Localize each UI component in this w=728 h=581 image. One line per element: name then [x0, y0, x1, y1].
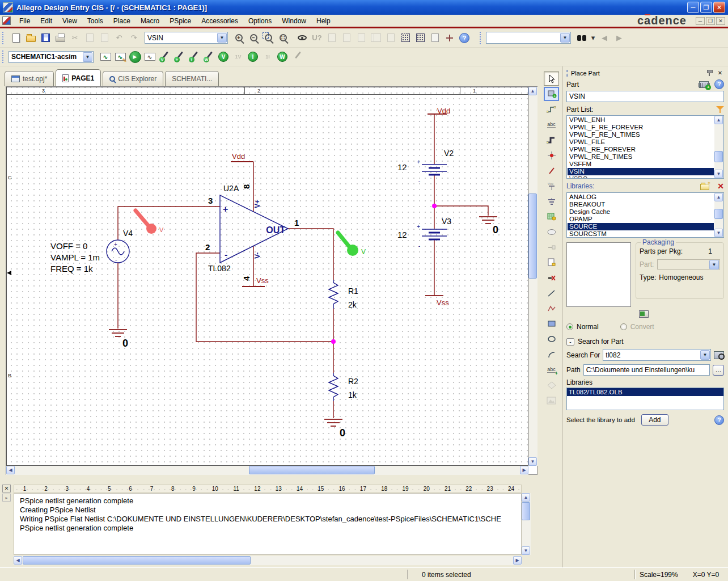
view-results-button[interactable]: ∿: [142, 50, 157, 64]
zoom-area-button[interactable]: [261, 31, 276, 45]
panel-grip[interactable]: [566, 70, 568, 77]
scroll-down-button[interactable]: ▼: [714, 229, 723, 237]
scroll-up-button[interactable]: ▲: [714, 193, 723, 201]
part-combo[interactable]: ▼: [145, 32, 228, 44]
search-combo[interactable]: ▼: [486, 32, 571, 44]
list-scrollbar[interactable]: ▲ ▼: [714, 193, 723, 237]
wires[interactable]: [118, 114, 488, 418]
scroll-thumb[interactable]: [23, 556, 251, 565]
sim-profile-combo[interactable]: ▼: [9, 51, 94, 63]
place-part-icon[interactable]: +: [699, 81, 709, 88]
run-pspice-button[interactable]: ▶: [128, 50, 142, 64]
pin-icon[interactable]: [706, 69, 713, 77]
menu-window[interactable]: Window: [277, 16, 311, 26]
scroll-up-button[interactable]: ▲: [528, 87, 537, 95]
hierarchy-button[interactable]: [442, 31, 457, 45]
v4-freq[interactable]: FREQ = 1k: [50, 264, 93, 273]
filter-funnel-icon[interactable]: [716, 106, 724, 113]
v3-value[interactable]: 12: [397, 230, 407, 239]
vss-label-right[interactable]: Vss: [437, 298, 449, 307]
voltage-diff-probe-button[interactable]: +: [172, 50, 187, 64]
tab-page1[interactable]: PAGE1: [56, 69, 101, 86]
search-for-input[interactable]: [603, 351, 700, 359]
log-expand-button[interactable]: ▸: [2, 494, 11, 502]
voltage-marker-button[interactable]: V: [216, 50, 231, 64]
tab-project[interactable]: test.opj*: [5, 71, 54, 86]
voltage-probe-button[interactable]: V: [157, 50, 172, 64]
mdi-close-button[interactable]: ✕: [716, 17, 725, 25]
tab-cis-explorer[interactable]: CIS Explorer: [103, 71, 163, 86]
libraries-listbox[interactable]: ANALOGBREAKOUTDesign CacheOPAMPSOURCESOU…: [566, 192, 724, 238]
save-button[interactable]: [38, 31, 53, 45]
ground-symbols[interactable]: [109, 217, 497, 426]
toolbar-grip2[interactable]: [480, 32, 484, 44]
place-wire-tool[interactable]: [544, 102, 559, 116]
r2-ref[interactable]: R2: [348, 377, 358, 386]
find-options-button[interactable]: ▾: [589, 31, 597, 45]
vertical-scrollbar[interactable]: ▲ ▼: [528, 87, 537, 466]
mdi-restore-button[interactable]: ❐: [706, 17, 715, 25]
scroll-thumb[interactable]: [714, 151, 723, 162]
session-log-text[interactable]: PSpice netlist generation completeCreati…: [14, 493, 522, 555]
resistor-r1[interactable]: [329, 280, 338, 309]
place-hierarchical-block-tool[interactable]: [544, 209, 559, 224]
current-probe-button[interactable]: I: [187, 50, 201, 64]
zoom-fit-button[interactable]: ∷: [276, 31, 290, 45]
scroll-right-button[interactable]: ▶: [520, 466, 528, 474]
menu-edit[interactable]: Edit: [35, 16, 57, 26]
menu-help[interactable]: Help: [311, 16, 336, 26]
battery-v3[interactable]: [422, 229, 447, 239]
place-power-tool[interactable]: Vxx: [544, 179, 559, 193]
place-part-tool[interactable]: +: [544, 87, 559, 101]
v2-value[interactable]: 12: [397, 162, 407, 172]
v4-ref[interactable]: V4: [123, 229, 133, 238]
search-result-item[interactable]: TL082/TL082.OLB: [567, 388, 723, 396]
browse-button[interactable]: ...: [713, 365, 724, 376]
library-item[interactable]: SOURCSTM: [568, 230, 714, 237]
power-marker-button[interactable]: W: [275, 50, 290, 64]
part-list-item[interactable]: VSIN: [568, 168, 714, 175]
part-editor-button[interactable]: [398, 31, 413, 45]
remove-library-icon[interactable]: ✕: [717, 182, 724, 191]
scroll-right-button[interactable]: ▶: [513, 556, 522, 565]
packaging-mail-icon[interactable]: [639, 310, 649, 318]
place-bus-entry-tool[interactable]: [544, 163, 559, 178]
scroll-up-button[interactable]: ▲: [714, 116, 723, 124]
opamp-ref[interactable]: U2A: [223, 184, 239, 193]
list-scrollbar[interactable]: ▲ ▼: [714, 116, 723, 178]
part-list-item[interactable]: VSRC: [568, 175, 714, 178]
vss-label-left[interactable]: Vss: [256, 276, 269, 285]
resistor-r2[interactable]: [329, 373, 338, 401]
part-combo-input[interactable]: [145, 34, 217, 42]
place-bus-tool[interactable]: [544, 133, 559, 147]
open-button[interactable]: [23, 31, 38, 45]
search-results-listbox[interactable]: TL082/TL082.OLB: [566, 388, 724, 410]
place-net-alias-tool[interactable]: abc: [544, 117, 559, 132]
mdi-minimize-button[interactable]: ─: [696, 17, 705, 25]
battery-v2[interactable]: [422, 165, 447, 175]
place-junction-tool[interactable]: [544, 148, 559, 162]
scroll-left-button[interactable]: ◀: [6, 466, 15, 474]
scroll-thumb[interactable]: [522, 502, 530, 520]
library-item[interactable]: ANALOG: [568, 193, 714, 201]
zoom-out-button[interactable]: −: [246, 31, 261, 45]
library-item[interactable]: BREAKOUT: [568, 201, 714, 208]
convert-radio[interactable]: [620, 323, 627, 330]
v4-vampl[interactable]: VAMPL = 1m: [50, 252, 100, 262]
snap-to-grid-button[interactable]: [413, 31, 428, 45]
vdd-label-right[interactable]: Vdd: [437, 107, 450, 115]
ground-0-label[interactable]: 0: [493, 224, 498, 235]
library-item[interactable]: Design Cache: [568, 208, 714, 216]
scroll-down-button[interactable]: ▼: [714, 170, 723, 178]
zoom-in-button[interactable]: +: [231, 31, 246, 45]
print-button[interactable]: [53, 31, 67, 45]
help-icon[interactable]: ?: [714, 415, 724, 425]
opamp-part[interactable]: TL082: [208, 264, 231, 273]
voltage-marker-green[interactable]: [338, 233, 358, 256]
annotate-button[interactable]: [295, 31, 310, 45]
ground-0-label[interactable]: 0: [340, 427, 345, 439]
scroll-thumb[interactable]: [528, 193, 537, 279]
part-list-item[interactable]: VSFFM: [568, 161, 714, 168]
minimize-button[interactable]: ─: [687, 2, 699, 13]
tab-schematic[interactable]: SCHEMATI...: [165, 71, 219, 86]
